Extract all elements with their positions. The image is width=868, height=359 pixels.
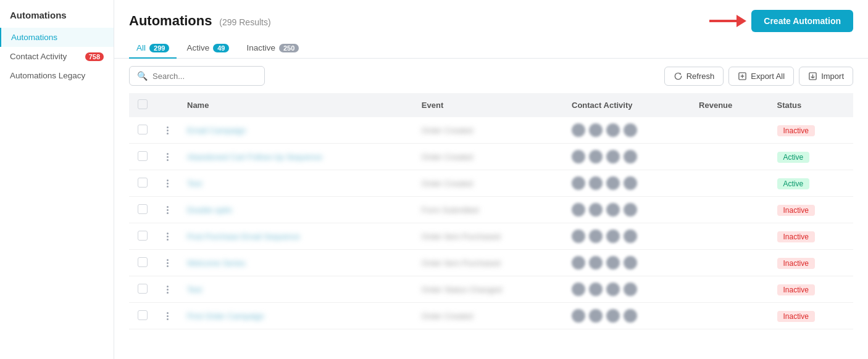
refresh-button[interactable]: Refresh <box>664 67 724 86</box>
row-name[interactable]: Test <box>187 285 202 294</box>
row-name[interactable]: Welcome Series <box>187 258 245 268</box>
activity-dot <box>606 283 620 296</box>
header-title-group: Automations (299 Results) <box>129 13 271 29</box>
row-name[interactable]: Abandoned Cart Follow-Up Sequence <box>187 152 322 162</box>
row-activity-cell <box>563 303 690 329</box>
row-checkbox[interactable] <box>138 257 148 267</box>
row-event: Order Item Purchased <box>422 232 501 241</box>
row-checkbox-cell <box>129 276 156 303</box>
table-row: First Order Campaign Order Created Inact… <box>129 303 853 329</box>
row-menu-icon[interactable] <box>165 206 170 214</box>
activity-icons <box>572 176 682 190</box>
row-name-cell: Post Purchase Email Sequence <box>178 223 413 250</box>
activity-dot <box>606 123 620 137</box>
search-box[interactable]: 🔍 <box>129 66 265 86</box>
status-badge: Active <box>777 178 810 189</box>
row-checkbox[interactable] <box>138 178 148 188</box>
activity-dot <box>589 150 603 163</box>
activity-dot <box>572 256 585 270</box>
create-automation-button[interactable]: Create Automation <box>751 10 853 32</box>
activity-dot <box>572 150 585 163</box>
row-event-cell: Order Created <box>413 303 563 329</box>
row-menu-cell <box>156 250 178 276</box>
activity-dot <box>606 229 620 243</box>
activity-dot <box>624 309 637 323</box>
row-checkbox-cell <box>129 144 156 170</box>
refresh-label: Refresh <box>686 72 715 81</box>
tab-all[interactable]: All 299 <box>129 38 177 59</box>
activity-dot <box>606 176 620 190</box>
table-row: Post Purchase Email Sequence Order Item … <box>129 223 853 250</box>
sidebar-title: Automations <box>0 10 114 28</box>
activity-dot <box>572 283 585 296</box>
activity-dot <box>572 203 585 217</box>
result-count: (299 Results) <box>219 17 270 27</box>
table-row: Test Order Status Changed Inactive <box>129 276 853 303</box>
row-status-cell: Active <box>769 170 853 197</box>
sidebar-item-automations[interactable]: Automations <box>0 28 114 47</box>
row-checkbox[interactable] <box>138 151 148 161</box>
row-menu-icon[interactable] <box>165 286 170 294</box>
tab-inactive[interactable]: Inactive 250 <box>239 38 306 59</box>
row-menu-cell <box>156 303 178 329</box>
row-checkbox[interactable] <box>138 231 148 241</box>
row-name[interactable]: Test <box>187 179 202 188</box>
row-status-cell: Inactive <box>769 223 853 250</box>
row-menu-cell <box>156 276 178 303</box>
row-checkbox[interactable] <box>138 284 148 294</box>
row-menu-icon[interactable] <box>165 259 170 267</box>
activity-dot <box>572 309 585 323</box>
refresh-icon <box>674 72 683 81</box>
row-checkbox[interactable] <box>138 125 148 134</box>
row-checkbox[interactable] <box>138 204 148 214</box>
row-name[interactable]: Email Campaign <box>187 126 246 135</box>
row-menu-icon[interactable] <box>165 312 170 320</box>
row-revenue-cell <box>690 117 768 144</box>
activity-dot <box>624 123 637 137</box>
search-input[interactable] <box>152 72 257 81</box>
tab-active[interactable]: Active 49 <box>179 38 236 59</box>
row-event-cell: Form Submitted <box>413 197 563 223</box>
row-menu-icon[interactable] <box>165 180 170 188</box>
row-revenue-cell <box>690 276 768 303</box>
export-icon <box>738 72 747 81</box>
sidebar-item-contact-activity[interactable]: Contact Activity 758 <box>0 47 114 66</box>
row-name[interactable]: First Order Campaign <box>187 312 264 321</box>
sidebar: Automations Automations Contact Activity… <box>0 0 114 359</box>
row-status-cell: Inactive <box>769 276 853 303</box>
activity-dot <box>606 256 620 270</box>
table-row: Email Campaign Order Created Inactive <box>129 117 853 144</box>
status-badge: Inactive <box>777 284 815 295</box>
export-button[interactable]: Export All <box>728 67 794 86</box>
sidebar-item-automations-legacy[interactable]: Automations Legacy <box>0 66 114 85</box>
row-name[interactable]: Double optin <box>187 205 232 215</box>
header: Automations (299 Results) Create Automat… <box>114 0 868 32</box>
row-menu-icon[interactable] <box>165 153 170 161</box>
row-menu-cell <box>156 223 178 250</box>
row-status-cell: Inactive <box>769 250 853 276</box>
row-revenue-cell <box>690 170 768 197</box>
row-event: Form Submitted <box>422 205 478 215</box>
export-label: Export All <box>751 72 785 81</box>
activity-dot <box>589 283 603 296</box>
row-event: Order Created <box>422 312 473 321</box>
activity-dot <box>589 123 603 137</box>
activity-dot <box>589 176 603 190</box>
import-button[interactable]: Import <box>799 67 853 86</box>
activity-dot <box>606 309 620 323</box>
row-menu-icon[interactable] <box>165 233 170 241</box>
row-menu-icon[interactable] <box>165 126 170 134</box>
row-event-cell: Order Item Purchased <box>413 250 563 276</box>
row-name[interactable]: Post Purchase Email Sequence <box>187 232 300 241</box>
tab-inactive-label: Inactive <box>246 43 275 52</box>
row-menu-cell <box>156 117 178 144</box>
main-content: Automations (299 Results) Create Automat… <box>114 0 868 359</box>
activity-dot <box>624 229 637 243</box>
row-name-cell: Double optin <box>178 197 413 223</box>
select-all-checkbox[interactable] <box>138 99 148 109</box>
row-checkbox-cell <box>129 223 156 250</box>
row-checkbox-cell <box>129 117 156 144</box>
row-checkbox[interactable] <box>138 310 148 320</box>
tab-all-label: All <box>136 43 146 52</box>
status-badge: Inactive <box>777 205 815 216</box>
